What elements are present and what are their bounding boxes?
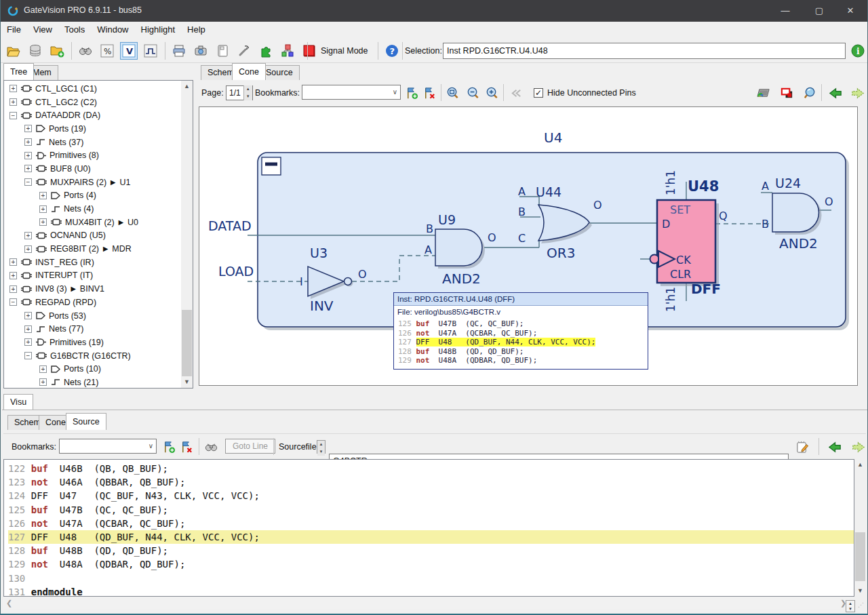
menu-item-highlight[interactable]: Highlight bbox=[135, 22, 182, 37]
scroll-down-icon[interactable]: ▼ bbox=[854, 585, 866, 597]
collapse-button[interactable] bbox=[262, 157, 281, 175]
page-spin-arrows[interactable]: ▲▼ bbox=[243, 85, 252, 100]
tree-item[interactable]: +INV8 (3) ► BINV1 bbox=[4, 282, 180, 296]
tree-expander-icon[interactable]: + bbox=[24, 165, 32, 172]
zoom-fit-icon[interactable] bbox=[444, 85, 460, 101]
tools-icon[interactable] bbox=[235, 42, 253, 60]
hide-pins-checkbox[interactable]: ✓ Hide Unconnected Pins bbox=[534, 85, 636, 101]
source-code-view[interactable]: 122 buf U46B (QB, QB_BUF);123 not U46A (… bbox=[3, 459, 854, 597]
zoom-out-icon[interactable] bbox=[465, 85, 481, 101]
checkbox-check-icon[interactable]: ✓ bbox=[534, 88, 543, 98]
menu-item-help[interactable]: Help bbox=[181, 22, 212, 37]
tree-expander-icon[interactable]: + bbox=[9, 285, 17, 293]
tree-expander-icon[interactable]: + bbox=[9, 98, 17, 106]
corner-spinner[interactable]: ▲▼ bbox=[846, 600, 855, 612]
scroll-thumb[interactable] bbox=[855, 532, 865, 581]
notes-icon[interactable] bbox=[214, 42, 231, 60]
tree-item[interactable]: +Ports (19) bbox=[4, 122, 180, 136]
scroll-down-icon[interactable]: ▼ bbox=[181, 376, 193, 388]
tree-item[interactable]: +MUX4BIT (2) ► U0 bbox=[4, 216, 180, 229]
tree-item[interactable]: +REG8BIT (2) ► MDR bbox=[4, 242, 180, 256]
help-icon[interactable]: ? bbox=[383, 42, 401, 60]
tree-expander-icon[interactable]: − bbox=[9, 112, 17, 119]
sourcefile-spinner[interactable]: ▲▼ bbox=[317, 439, 326, 455]
maximize-button[interactable]: ▢ bbox=[804, 0, 835, 22]
schematic-canvas[interactable]: U4 DATAD LOAD bbox=[199, 106, 858, 386]
scroll-up-icon[interactable]: ▲ bbox=[181, 81, 193, 92]
source-vscrollbar[interactable]: ▲ ▼ bbox=[854, 459, 866, 597]
tree-item[interactable]: +Nets (37) bbox=[4, 136, 180, 149]
menu-item-tools[interactable]: Tools bbox=[58, 22, 91, 37]
tree-item[interactable]: +Nets (77) bbox=[4, 322, 180, 336]
tree-item[interactable]: +Nets (4) bbox=[4, 202, 180, 216]
minimize-button[interactable]: — bbox=[770, 0, 801, 22]
page-spinner[interactable]: 1/1 ▲▼ bbox=[226, 85, 253, 101]
source-hscrollbar[interactable]: ❮ ❯ bbox=[3, 597, 854, 609]
src-bookmarks-combo[interactable]: ∨ bbox=[59, 439, 157, 454]
zoom-in-icon[interactable] bbox=[484, 85, 500, 101]
resize-grip[interactable]: ⋰ bbox=[858, 601, 866, 611]
tree-item[interactable]: +Primitives (8) bbox=[4, 148, 180, 162]
src-nav-forward-icon[interactable] bbox=[850, 439, 866, 455]
tree-expander-icon[interactable]: + bbox=[39, 192, 47, 199]
info-icon[interactable]: i bbox=[849, 42, 867, 60]
tree-expander-icon[interactable]: + bbox=[39, 218, 47, 226]
database-icon[interactable] bbox=[26, 42, 44, 60]
tree-expander-icon[interactable]: + bbox=[9, 85, 17, 92]
tab-cone-top[interactable]: Cone bbox=[232, 63, 266, 80]
highlight-v-icon[interactable]: V bbox=[120, 42, 138, 60]
scroll-thumb[interactable] bbox=[182, 310, 192, 376]
tree-item[interactable]: +Primitives (19) bbox=[4, 336, 180, 349]
tree-expander-icon[interactable]: + bbox=[24, 325, 32, 333]
close-button[interactable]: ✕ bbox=[835, 0, 866, 22]
find-icon[interactable] bbox=[77, 42, 94, 60]
tree-item[interactable]: +INST_REG (IR) bbox=[4, 256, 180, 269]
edit-source-icon[interactable] bbox=[794, 439, 810, 455]
percent-icon[interactable]: % bbox=[98, 42, 116, 60]
tree-item[interactable]: −REGPAD (RPD) bbox=[4, 296, 180, 309]
tree-expander-icon[interactable]: + bbox=[24, 312, 32, 319]
tree-expander-icon[interactable]: + bbox=[39, 205, 47, 213]
tree-item[interactable]: +BUF8 (U0) bbox=[4, 162, 180, 176]
tree-expander-icon[interactable]: + bbox=[9, 272, 17, 279]
print-icon[interactable] bbox=[170, 42, 188, 60]
menu-item-window[interactable]: Window bbox=[91, 22, 134, 37]
tree-expander-icon[interactable]: + bbox=[24, 245, 32, 253]
snapshot-icon[interactable] bbox=[192, 42, 210, 60]
src-add-bookmark-icon[interactable] bbox=[161, 439, 177, 455]
tree-expander-icon[interactable]: + bbox=[24, 338, 32, 346]
tree-expander-icon[interactable]: − bbox=[9, 298, 17, 306]
tree-expander-icon[interactable]: + bbox=[9, 258, 17, 266]
search-icon[interactable] bbox=[802, 85, 818, 101]
tree-expander-icon[interactable]: + bbox=[39, 365, 47, 373]
tree-item[interactable]: +Ports (4) bbox=[4, 189, 180, 203]
menu-item-file[interactable]: File bbox=[1, 22, 27, 37]
open-folder-icon[interactable] bbox=[5, 42, 22, 60]
frame-capture-icon[interactable] bbox=[778, 85, 795, 101]
tree-item[interactable]: +OCNAND (U5) bbox=[4, 229, 180, 243]
plugin-icon[interactable] bbox=[257, 42, 275, 60]
colors-icon[interactable] bbox=[755, 85, 772, 101]
signal-mode-button[interactable]: Signal Mode bbox=[314, 42, 375, 60]
goto-line-box[interactable]: Goto Line bbox=[225, 439, 275, 454]
tree-item[interactable]: +CTL_LGC1 (C1) bbox=[4, 82, 180, 96]
selection-input[interactable] bbox=[443, 43, 846, 59]
src-find-icon[interactable] bbox=[203, 439, 219, 455]
hierarchy-icon[interactable] bbox=[279, 42, 296, 60]
tree-item[interactable]: −MUXPAIRS (2) ► U1 bbox=[4, 176, 180, 189]
tree-expander-icon[interactable]: − bbox=[24, 352, 32, 359]
nav-back-icon[interactable] bbox=[827, 85, 844, 101]
tree-item[interactable]: −G16BCTR (G16CTR) bbox=[4, 349, 180, 363]
tree-expander-icon[interactable]: + bbox=[39, 378, 47, 386]
src-nav-back-icon[interactable] bbox=[827, 439, 843, 455]
tree-item[interactable]: −DATAADDR (DA) bbox=[4, 108, 180, 122]
tab-source-bottom[interactable]: Source bbox=[66, 413, 106, 430]
add-folder-icon[interactable] bbox=[48, 42, 66, 60]
tree-expander-icon[interactable]: + bbox=[24, 125, 32, 132]
bookmarks-combo[interactable]: ∨ bbox=[302, 85, 401, 100]
tab-visu[interactable]: Visu bbox=[3, 394, 33, 410]
tree-expander-icon[interactable]: − bbox=[24, 178, 32, 186]
tree-item[interactable]: +Ports (10) bbox=[4, 362, 180, 376]
menu-item-view[interactable]: View bbox=[27, 22, 58, 37]
remove-bookmark-icon[interactable] bbox=[421, 85, 437, 101]
